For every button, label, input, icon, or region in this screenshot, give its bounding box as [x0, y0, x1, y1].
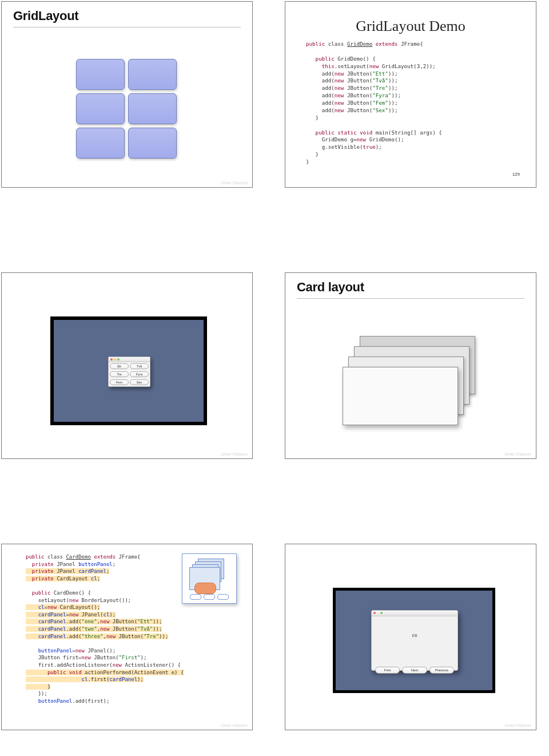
card-stack	[343, 336, 474, 428]
grid-button[interactable]: Fyra	[130, 371, 149, 377]
diagram-button-icon	[194, 583, 216, 594]
grid-button[interactable]: Ett	[110, 363, 129, 369]
grid-cell	[128, 128, 177, 159]
author-credit: Johan Eliasson	[221, 452, 248, 456]
grid-cell	[76, 93, 125, 124]
grid-button[interactable]: Sex	[130, 379, 149, 385]
grid-button[interactable]: Fem	[110, 379, 129, 385]
diagram-card-front	[189, 567, 220, 590]
code-block: public class GridDemo extends JFrame{ pu…	[306, 41, 515, 166]
titlebar	[372, 611, 458, 616]
grid-cell	[76, 128, 125, 159]
author-credit: Johan Eliasson	[504, 723, 531, 727]
author-credit: Johan Eliasson	[221, 723, 248, 727]
card-front	[343, 367, 458, 425]
diagram-nav-icon	[217, 594, 229, 600]
diagram-nav-icon	[204, 594, 215, 600]
slide-title: Card layout	[297, 273, 524, 299]
desktop-frame: Ett First Next Previous	[333, 588, 495, 693]
zoom-icon	[117, 358, 120, 361]
grid-button[interactable]: Två	[130, 363, 149, 369]
card-content[interactable]: Ett	[372, 616, 458, 666]
diagram-nav-icon	[190, 594, 201, 600]
close-icon	[373, 612, 376, 614]
slide-cardlayout: Card layout Johan Eliasson	[285, 272, 536, 459]
zoom-icon	[380, 612, 383, 614]
grid-window: Ett Två Tre Fyra Fem Sex	[108, 357, 150, 387]
first-button[interactable]: First	[375, 667, 400, 674]
grid-cell	[76, 59, 125, 90]
slide-card-window: Ett First Next Previous Johan Eliasson	[285, 544, 536, 730]
close-icon	[110, 358, 113, 361]
grid-cell	[128, 93, 177, 124]
slide-title: GridLayout	[13, 2, 241, 27]
desktop-frame: Ett Två Tre Fyra Fem Sex	[50, 316, 207, 425]
slide-gridlayout-demo: GridLayout Demo public class GridDemo ex…	[285, 1, 536, 188]
grid-cell	[128, 59, 177, 90]
minimize-icon	[114, 358, 116, 361]
page-number: 129	[512, 172, 520, 177]
previous-button[interactable]: Previous	[429, 667, 454, 674]
titlebar	[109, 357, 150, 362]
cardlayout-diagram-icon	[182, 553, 237, 604]
author-credit: Johan Eliasson	[504, 452, 531, 456]
slide-carddemo-code: public class CardDemo extends JFrame{ pr…	[1, 544, 253, 730]
card-window: Ett First Next Previous	[371, 610, 458, 671]
slide-title: GridLayout Demo	[285, 2, 536, 41]
slide-grid-window: Ett Två Tre Fyra Fem Sex Johan Eliasson	[1, 272, 253, 459]
next-button[interactable]: Next	[402, 667, 427, 674]
grid-demo	[76, 59, 177, 159]
grid-button[interactable]: Tre	[110, 371, 129, 377]
author-credit: Johan Eliasson	[221, 181, 248, 185]
slide-gridlayout: GridLayout Johan Eliasson	[1, 1, 253, 188]
